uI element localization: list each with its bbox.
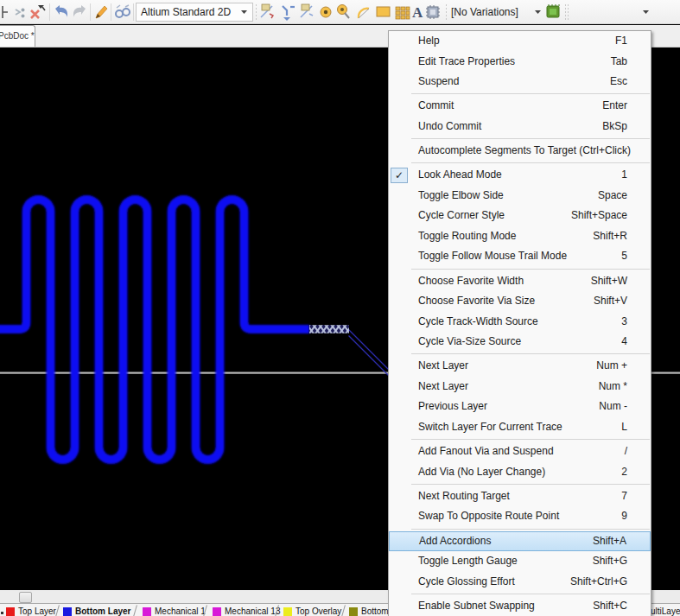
svg-text:Altium Standard 2D: Altium Standard 2D	[141, 6, 231, 18]
svg-text:[No Variations]: [No Variations]	[451, 6, 518, 18]
svg-text:A: A	[412, 4, 423, 21]
